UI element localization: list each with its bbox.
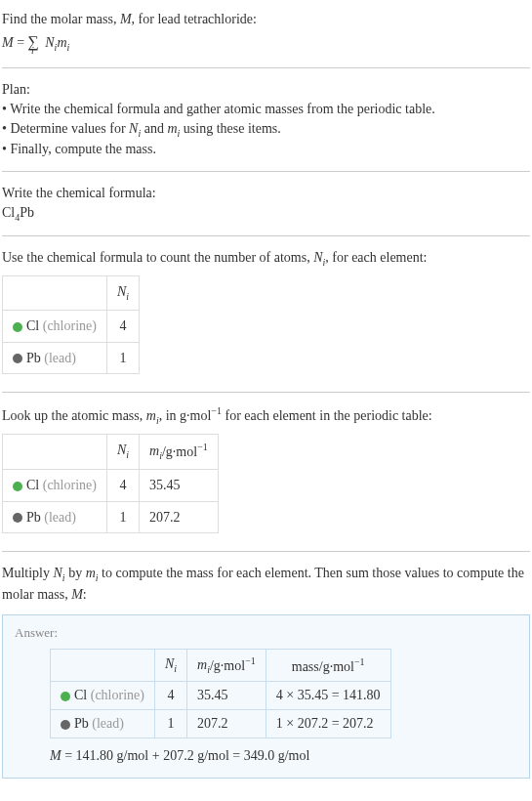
header-mass: mass/g·mol−1: [266, 649, 390, 681]
table-row: Cl (chlorine) 4: [3, 310, 140, 342]
plan-item3: • Finally, compute the mass.: [2, 140, 530, 159]
ni-cell: 1: [106, 501, 139, 533]
element-cell: Cl (chlorine): [3, 470, 107, 502]
element-cell: Pb (lead): [51, 710, 155, 738]
multiply-section: Multiply Ni by mi to compute the mass fo…: [2, 558, 530, 610]
header-mi: mi/g·mol−1: [140, 434, 219, 469]
mi-cell: 35.45: [187, 682, 266, 710]
ni-cell: 1: [106, 342, 139, 374]
mass-title: Look up the atomic mass, mi, in g·mol−1 …: [2, 404, 530, 427]
header-ni: Ni: [106, 434, 139, 469]
mi-cell: 207.2: [187, 710, 266, 738]
header-blank: [3, 434, 107, 469]
table-row: Cl (chlorine) 4 35.45 4 × 35.45 = 141.80: [51, 682, 391, 710]
mass-cell: 4 × 35.45 = 141.80: [266, 682, 390, 710]
answer-result: M = 141.80 g/mol + 207.2 g/mol = 349.0 g…: [50, 748, 517, 764]
table-row: Pb (lead) 1 207.2: [3, 501, 219, 533]
header-ni: Ni: [106, 276, 139, 311]
ni-cell: 4: [154, 682, 186, 710]
element-cell: Cl (chlorine): [3, 310, 107, 342]
header-blank: [51, 649, 155, 681]
intro-line1: Find the molar mass, M, for lead tetrach…: [2, 10, 530, 29]
formula-section: Write the chemical formula: Cl4Pb: [2, 178, 530, 230]
element-dot-icon: [61, 692, 70, 701]
header-mi: mi/g·mol−1: [187, 649, 266, 681]
table-header-row: Ni mi/g·mol−1 mass/g·mol−1: [51, 649, 391, 681]
count-section: Use the chemical formula to count the nu…: [2, 242, 530, 386]
table-row: Pb (lead) 1 207.2 1 × 207.2 = 207.2: [51, 710, 391, 738]
multiply-title: Multiply Ni by mi to compute the mass fo…: [2, 564, 530, 604]
element-cell: Cl (chlorine): [51, 682, 155, 710]
mass-section: Look up the atomic mass, mi, in g·mol−1 …: [2, 399, 530, 545]
table-row: Pb (lead) 1: [3, 342, 140, 374]
mass-table: Ni mi/g·mol−1 Cl (chlorine) 4 35.45 Pb (…: [2, 434, 219, 534]
intro-section: Find the molar mass, M, for lead tetrach…: [2, 4, 530, 62]
mi-cell: 207.2: [140, 501, 219, 533]
plan-section: Plan: • Write the chemical formula and g…: [2, 74, 530, 165]
answer-label: Answer:: [15, 625, 517, 641]
divider: [2, 67, 530, 68]
element-dot-icon: [13, 482, 22, 491]
chemical-formula: Cl4Pb: [2, 203, 530, 225]
answer-table: Ni mi/g·mol−1 mass/g·mol−1 Cl (chlorine)…: [50, 649, 391, 738]
plan-title: Plan:: [2, 80, 530, 100]
intro-formula: M = ∑i Nimi: [2, 31, 530, 55]
element-dot-icon: [13, 513, 22, 523]
table-header-row: Ni: [3, 276, 140, 311]
plan-item2: • Determine values for Ni and mi using t…: [2, 119, 530, 141]
ni-cell: 1: [154, 710, 186, 738]
mass-cell: 1 × 207.2 = 207.2: [266, 710, 390, 738]
plan-item1: • Write the chemical formula and gather …: [2, 100, 530, 119]
header-ni: Ni: [154, 649, 186, 681]
table-row: Cl (chlorine) 4 35.45: [3, 470, 219, 502]
element-cell: Pb (lead): [3, 501, 107, 533]
mi-cell: 35.45: [140, 470, 219, 502]
divider: [2, 171, 530, 172]
ni-cell: 4: [106, 470, 139, 502]
divider: [2, 551, 530, 552]
element-dot-icon: [61, 720, 70, 730]
answer-box: Answer: Ni mi/g·mol−1 mass/g·mol−1 Cl (c…: [2, 614, 530, 779]
element-dot-icon: [13, 322, 22, 332]
formula-title: Write the chemical formula:: [2, 184, 530, 203]
ni-cell: 4: [106, 310, 139, 342]
count-table: Ni Cl (chlorine) 4 Pb (lead) 1: [2, 275, 140, 374]
table-header-row: Ni mi/g·mol−1: [3, 434, 219, 469]
divider: [2, 235, 530, 236]
divider: [2, 392, 530, 393]
element-dot-icon: [13, 354, 22, 363]
element-cell: Pb (lead): [3, 342, 107, 374]
count-title: Use the chemical formula to count the nu…: [2, 248, 530, 270]
header-blank: [3, 276, 107, 311]
